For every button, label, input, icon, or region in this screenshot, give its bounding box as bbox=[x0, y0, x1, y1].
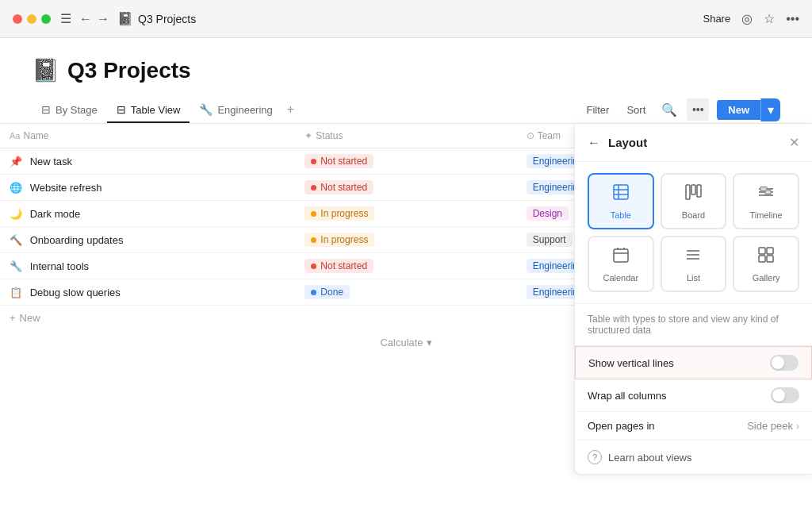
share-button[interactable]: Share bbox=[703, 13, 730, 25]
view-option-calendar[interactable]: Calendar bbox=[588, 236, 654, 292]
status-badge-in-progress: In progress bbox=[304, 233, 374, 247]
timeline-view-option-icon bbox=[756, 183, 776, 206]
view-option-list[interactable]: List bbox=[661, 236, 727, 292]
view-option-gallery[interactable]: Gallery bbox=[733, 236, 799, 292]
status-dot bbox=[311, 159, 316, 164]
status-dot bbox=[311, 264, 316, 269]
status-dot bbox=[311, 237, 316, 243]
col-header-name: Aa Name bbox=[0, 124, 295, 148]
panel-title: Layout bbox=[608, 136, 789, 149]
help-icon: ? bbox=[588, 450, 602, 464]
learn-about-views-row[interactable]: ? Learn about views bbox=[575, 441, 812, 474]
cell-name: 📌 New task bbox=[0, 148, 295, 175]
toggle-knob bbox=[772, 356, 784, 369]
row-name-internal: Internal tools bbox=[30, 260, 89, 272]
wrap-all-columns-toggle[interactable] bbox=[771, 387, 799, 403]
col-name-text-icon: Aa bbox=[10, 131, 20, 140]
tab-engineering[interactable]: 🔧 Engineering bbox=[190, 97, 282, 122]
col-team-icon: ⊙ bbox=[527, 130, 534, 141]
user-icon[interactable]: ◎ bbox=[741, 11, 753, 26]
status-badge-in-progress: In progress bbox=[304, 206, 374, 221]
tab-by-stage[interactable]: ⊟ By Stage bbox=[32, 97, 107, 122]
row-icon-onboarding: 🔨 bbox=[10, 234, 22, 246]
close-button[interactable] bbox=[13, 14, 22, 24]
team-badge-support: Support bbox=[527, 233, 573, 247]
tab-table-view-label: Table View bbox=[131, 104, 181, 116]
list-view-option-icon bbox=[684, 245, 703, 269]
col-status-icon: ✦ bbox=[304, 130, 312, 141]
titlebar: ☰ ← → 📓 Q3 Projects Share ◎ ☆ ••• bbox=[0, 0, 812, 38]
cell-status: Done bbox=[295, 279, 516, 306]
view-option-calendar-label: Calendar bbox=[603, 273, 639, 283]
cell-name: 🌙 Dark mode bbox=[0, 201, 295, 227]
new-button-dropdown[interactable]: ▾ bbox=[760, 98, 780, 121]
row-icon-dark: 🌙 bbox=[10, 208, 22, 220]
titlebar-actions: Share ◎ ☆ ••• bbox=[703, 11, 799, 26]
col-status-label: Status bbox=[316, 130, 343, 141]
cell-status: In progress bbox=[295, 227, 516, 253]
view-option-board[interactable]: Board bbox=[661, 173, 727, 229]
tab-by-stage-label: By Stage bbox=[56, 104, 98, 116]
status-badge-not-started: Not started bbox=[304, 180, 373, 194]
view-option-table-label: Table bbox=[611, 210, 631, 220]
wrap-all-columns-row: Wrap all columns bbox=[575, 379, 812, 412]
status-badge-done: Done bbox=[304, 285, 350, 299]
status-badge-not-started: Not started bbox=[304, 154, 373, 168]
filter-button[interactable]: Filter bbox=[580, 101, 616, 119]
svg-rect-19 bbox=[759, 248, 765, 254]
cell-status: In progress bbox=[295, 201, 516, 227]
show-vertical-lines-label: Show vertical lines bbox=[588, 357, 770, 369]
col-team-label: Team bbox=[538, 130, 561, 141]
page-icon: 📓 bbox=[117, 11, 133, 26]
svg-rect-0 bbox=[614, 185, 628, 199]
back-button[interactable]: ← bbox=[79, 12, 92, 26]
row-icon-debug: 📋 bbox=[10, 287, 22, 298]
view-option-table[interactable]: Table bbox=[588, 173, 654, 229]
new-button[interactable]: New bbox=[717, 100, 760, 120]
more-icon[interactable]: ••• bbox=[786, 12, 799, 26]
cell-name: 📋 Debug slow queries bbox=[0, 279, 295, 306]
col-header-status: ✦ Status bbox=[295, 124, 516, 148]
star-icon[interactable]: ☆ bbox=[764, 11, 775, 26]
view-option-gallery-label: Gallery bbox=[753, 273, 780, 283]
content-area: Aa Name ✦ Status ⊙ bbox=[0, 124, 812, 508]
forward-button[interactable]: → bbox=[97, 12, 109, 26]
layout-panel: ← Layout ✕ Table bbox=[574, 124, 812, 475]
hamburger-icon[interactable]: ☰ bbox=[60, 11, 71, 26]
tab-table-view[interactable]: ⊟ Table View bbox=[107, 97, 190, 122]
toggle-knob bbox=[772, 389, 785, 402]
gallery-view-option-icon bbox=[756, 245, 776, 269]
learn-label: Learn about views bbox=[608, 452, 692, 464]
open-pages-row[interactable]: Open pages in Side peek › bbox=[575, 412, 812, 441]
add-tab-button[interactable]: + bbox=[282, 96, 299, 123]
status-dot bbox=[311, 290, 316, 295]
board-view-option-icon bbox=[684, 183, 703, 206]
team-badge-design: Design bbox=[527, 206, 569, 221]
view-option-timeline[interactable]: Timeline bbox=[733, 173, 799, 229]
search-button[interactable]: 🔍 bbox=[657, 99, 682, 121]
maximize-button[interactable] bbox=[41, 14, 51, 24]
row-icon-website: 🌐 bbox=[10, 182, 22, 194]
show-vertical-lines-toggle[interactable] bbox=[770, 355, 799, 371]
col-name-label: Name bbox=[23, 130, 48, 141]
svg-rect-22 bbox=[767, 256, 773, 262]
sort-button[interactable]: Sort bbox=[620, 101, 652, 119]
svg-rect-11 bbox=[765, 190, 771, 194]
page-header: 📓 Q3 Projects bbox=[0, 38, 812, 83]
view-option-list-label: List bbox=[687, 273, 700, 283]
tabs-bar: ⊟ By Stage ⊟ Table View 🔧 Engineering + … bbox=[0, 96, 812, 124]
nav-buttons: ← → bbox=[79, 12, 109, 26]
window-title: Q3 Projects bbox=[138, 13, 196, 25]
svg-rect-5 bbox=[691, 185, 695, 194]
minimize-button[interactable] bbox=[27, 14, 36, 24]
toolbar: Filter Sort 🔍 ••• New ▾ bbox=[580, 98, 780, 121]
tab-engineering-label: Engineering bbox=[217, 104, 272, 116]
panel-back-button[interactable]: ← bbox=[588, 136, 600, 150]
svg-rect-12 bbox=[614, 249, 628, 262]
engineering-icon: 🔧 bbox=[199, 103, 213, 116]
show-vertical-lines-row: Show vertical lines ← bbox=[575, 346, 812, 379]
panel-close-button[interactable]: ✕ bbox=[789, 135, 799, 150]
row-name-website: Website refresh bbox=[30, 182, 102, 194]
more-options-button[interactable]: ••• bbox=[687, 98, 709, 121]
cell-name: 🔧 Internal tools bbox=[0, 253, 295, 279]
